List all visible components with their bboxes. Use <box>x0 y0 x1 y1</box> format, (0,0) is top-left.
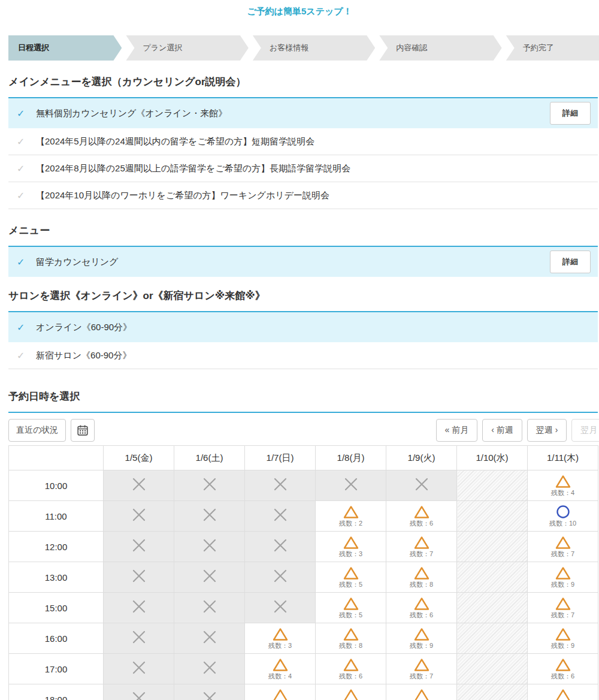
slot-unavailable <box>174 684 245 700</box>
time-label: 13:00 <box>9 562 104 593</box>
time-row: 10:00残数：4 <box>9 470 598 501</box>
remaining-count: 残数：5 <box>316 611 386 619</box>
salon-heading: サロンを選択《オンライン》or《新宿サロン※来館※》 <box>8 289 598 303</box>
remaining-count: 残数：6 <box>316 672 386 680</box>
slot-unavailable <box>104 684 174 700</box>
slot-unavailable <box>316 470 386 501</box>
prev-week-button[interactable]: ‹ 前週 <box>482 419 522 442</box>
menu-item-label: 【2024年8月以降の25週間以上の語学留学をご希望の方】長期語学留学説明会 <box>36 163 350 174</box>
triangle-icon <box>316 689 386 700</box>
prev-month-button[interactable]: « 前月 <box>436 419 478 442</box>
triangle-icon <box>528 536 598 550</box>
remaining-count: 残数：3 <box>245 642 315 650</box>
check-icon: ✓ <box>17 190 28 201</box>
check-icon: ✓ <box>17 350 28 361</box>
menu-item[interactable]: ✓無料個別カウンセリング《オンライン・来館》詳細 <box>8 98 598 128</box>
time-label: 10:00 <box>9 470 104 501</box>
week-nav: « 前月 ‹ 前週 翌週 › 翌月 » <box>431 419 598 442</box>
menu-item[interactable]: ✓新宿サロン《60-90分》 <box>8 342 598 369</box>
slot-unavailable <box>174 532 245 562</box>
slot-few[interactable]: 残数：8 <box>386 562 457 593</box>
remaining-count: 残数：9 <box>528 642 598 650</box>
slot-unavailable <box>245 562 316 593</box>
menu-item[interactable]: ✓留学カウンセリング詳細 <box>8 247 598 277</box>
salon-list: ✓オンライン《60-90分》✓新宿サロン《60-90分》 <box>8 311 598 369</box>
slot-few[interactable]: 残数：7 <box>528 593 598 623</box>
date-column-header: 1/5(金) <box>104 446 174 470</box>
triangle-icon <box>316 536 386 550</box>
menu-item-label: 新宿サロン《60-90分》 <box>36 350 131 361</box>
step-customer-info: お客様情報 <box>253 35 375 61</box>
slot-few[interactable]: 残数：9 <box>528 623 598 654</box>
slot-few[interactable]: 残数：8 <box>386 684 457 700</box>
slot-few[interactable]: 残数：4 <box>528 470 598 501</box>
time-row: 12:00残数：3残数：7残数：7 <box>9 532 598 562</box>
x-icon <box>202 636 217 647</box>
recent-status-button[interactable]: 直近の状況 <box>8 419 66 442</box>
slot-unavailable <box>245 532 316 562</box>
x-icon <box>131 606 147 616</box>
slot-closed <box>457 470 528 501</box>
step-plan: プラン選択 <box>126 35 248 61</box>
slot-unavailable <box>245 593 316 623</box>
slot-few[interactable]: 残数：6 <box>316 684 386 700</box>
step-complete: 予約完了 <box>506 35 599 61</box>
triangle-icon <box>528 475 598 488</box>
menu-item-label: オンライン《60-90分》 <box>36 322 132 333</box>
remaining-count: 残数：3 <box>316 550 386 558</box>
calendar-picker-button[interactable] <box>71 419 95 442</box>
slot-few[interactable]: 残数：8 <box>316 623 386 654</box>
x-icon <box>343 484 359 494</box>
datetime-heading: 予約日時を選択 <box>8 390 598 403</box>
x-icon <box>273 545 288 555</box>
triangle-icon <box>528 658 598 672</box>
remaining-count: 残数：9 <box>386 642 456 650</box>
menu-item[interactable]: ✓【2024年5月以降の24週間以内の留学をご希望の方】短期留学説明会 <box>8 128 598 155</box>
slot-unavailable <box>104 562 174 593</box>
slot-few[interactable]: 残数：4 <box>528 684 598 700</box>
menu-item[interactable]: ✓【2024年8月以降の25週間以上の語学留学をご希望の方】長期語学留学説明会 <box>8 155 598 182</box>
detail-button[interactable]: 詳細 <box>550 251 591 273</box>
slot-few[interactable]: 残数：9 <box>528 562 598 593</box>
remaining-count: 残数：7 <box>386 550 456 558</box>
date-column-header: 1/7(日) <box>245 446 316 470</box>
slot-few[interactable]: 残数：5 <box>316 562 386 593</box>
slot-unavailable <box>174 623 245 654</box>
slot-few[interactable]: 残数：3 <box>245 623 316 654</box>
triangle-icon <box>386 505 456 519</box>
slot-few[interactable]: 残数：7 <box>386 532 457 562</box>
slot-few[interactable]: 残数：6 <box>316 654 386 684</box>
slot-unavailable <box>386 470 457 501</box>
slot-unavailable <box>174 654 245 684</box>
menu-item-label: 【2024年5月以降の24週間以内の留学をご希望の方】短期留学説明会 <box>36 136 314 147</box>
x-icon <box>273 484 288 494</box>
detail-button[interactable]: 詳細 <box>550 102 591 125</box>
slot-few[interactable]: 残数：4 <box>245 654 316 684</box>
slot-few[interactable]: 残数：6 <box>386 593 457 623</box>
x-icon <box>273 514 288 524</box>
next-week-button[interactable]: 翌週 › <box>527 419 567 442</box>
triangle-icon <box>316 566 386 580</box>
slot-few[interactable]: 残数：9 <box>386 623 457 654</box>
slot-few[interactable]: 残数：7 <box>386 654 457 684</box>
time-row: 18:00残数：3残数：6残数：8残数：4 <box>9 684 598 700</box>
slot-closed <box>457 532 528 562</box>
x-icon <box>273 575 288 586</box>
slot-unavailable <box>104 593 174 623</box>
menu-item[interactable]: ✓【2024年10月以降のワーホリをご希望の方】ワーキングホリデー説明会 <box>8 182 598 209</box>
x-icon <box>202 667 217 677</box>
slot-few[interactable]: 残数：2 <box>316 501 386 532</box>
slot-few[interactable]: 残数：5 <box>316 593 386 623</box>
slot-few[interactable]: 残数：3 <box>245 684 316 700</box>
triangle-icon <box>245 627 315 641</box>
slot-few[interactable]: 残数：3 <box>316 532 386 562</box>
slot-open[interactable]: 残数：10 <box>528 501 598 532</box>
slot-few[interactable]: 残数：7 <box>528 532 598 562</box>
slot-unavailable <box>174 501 245 532</box>
date-column-header: 1/8(月) <box>316 446 386 470</box>
slot-few[interactable]: 残数：6 <box>386 501 457 532</box>
slot-few[interactable]: 残数：6 <box>528 654 598 684</box>
x-icon <box>202 545 217 555</box>
menu-item[interactable]: ✓オンライン《60-90分》 <box>8 312 598 342</box>
triangle-icon <box>316 658 386 672</box>
